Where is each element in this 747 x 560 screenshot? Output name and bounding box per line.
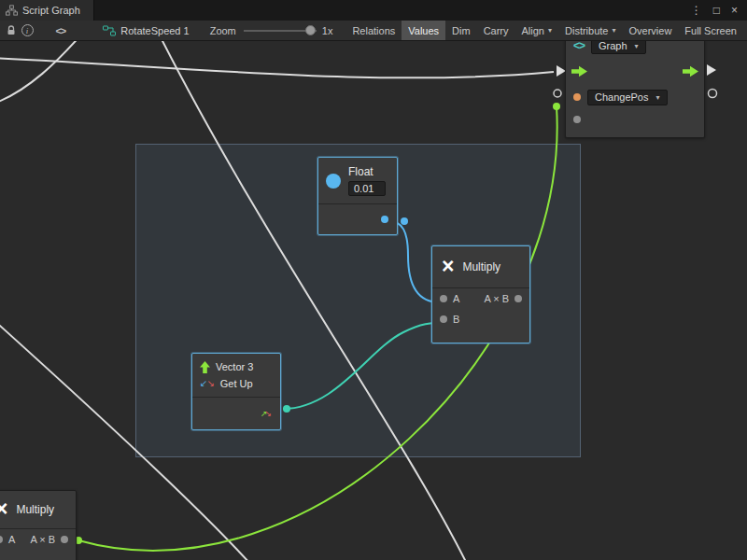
flow-wire-diagonal[interactable] [159,41,467,560]
caret-down-icon: ▾ [635,42,639,50]
flow-output-arrow-icon[interactable] [683,65,698,77]
graph-tab-icon [6,5,18,16]
port-a-label: A [453,293,459,304]
multiply-input-b-port[interactable] [440,315,447,323]
blue-wire-dot[interactable] [401,217,408,225]
info-button[interactable]: i [20,21,35,41]
maximize-icon[interactable]: □ [713,5,720,16]
green-wire-end-dot[interactable] [553,103,560,110]
set-variable-output-port[interactable] [573,116,581,123]
multiply-input-a-port[interactable] [0,536,3,543]
output-label: A × B [30,534,55,545]
output-port-ring[interactable] [709,90,717,98]
multiply-node-title: Multiply [16,503,54,516]
multiply-output-port[interactable] [61,536,68,543]
get-up-label: Get Up [220,378,253,389]
distribute-dropdown[interactable]: Distribute ▾ [558,21,622,41]
multiply-input-a-port[interactable] [440,295,447,302]
multiply-output-port[interactable] [514,295,522,302]
tab-script-graph[interactable]: Script Graph [0,0,94,21]
vector3-get-up-node[interactable]: Vector 3 ↙↘ Get Up ↗↘ [191,353,281,430]
vector3-to-multiply-wire[interactable] [283,323,440,409]
align-dropdown[interactable]: Align ▾ [515,21,558,41]
flow-wire-to-set-variable[interactable] [0,58,554,77]
variable-kind-value: Graph [599,41,627,51]
variable-kind-dropdown[interactable]: Graph ▾ [591,41,646,54]
overview-button[interactable]: Overview [623,21,679,41]
tab-title: Script Graph [22,5,80,16]
output-label: A × B [484,293,509,304]
carry-button[interactable]: Carry [477,21,515,41]
dim-button[interactable]: Dim [445,21,477,41]
window-controls: ⋮ □ × [691,5,747,16]
multiply-node-title: Multiply [462,260,500,273]
breadcrumb-label: RotateSpeed 1 [120,25,189,36]
multiply-node-partial[interactable]: × Multiply A A × B [0,490,77,560]
vector3-output-port[interactable]: ↗↘ [261,410,272,418]
teal-wire-dot[interactable] [283,405,290,413]
close-icon[interactable]: × [731,5,738,16]
variable-name-dropdown[interactable]: ChangePos ▾ [587,90,668,105]
up-arrow-icon [200,361,210,373]
caret-down-icon: ▾ [548,26,552,35]
caret-down-icon: ▾ [612,26,615,35]
vector3-axes-icon: ↙↘ [200,379,215,388]
float-value-field[interactable]: 0.01 [348,181,386,196]
float-node-title: Float [348,165,386,178]
zoom-slider[interactable] [244,21,317,41]
fullscreen-button[interactable]: Full Screen [678,21,743,41]
visual-scripting-icon: <> [573,41,585,52]
multiply-node[interactable]: × Multiply A A × B B [431,245,530,343]
script-graph-window: Script Graph ⋮ □ × i <> RotateSpeed 1 [0,0,747,560]
lock-icon [6,25,17,36]
info-icon: i [21,24,34,36]
port-b-label: B [453,314,459,325]
variable-value-port[interactable] [573,93,581,101]
variable-name-value: ChangePos [595,91,649,103]
script-graph-icon [103,25,116,36]
code-view-button[interactable]: <> [55,25,65,36]
graph-breadcrumb[interactable]: RotateSpeed 1 [103,25,189,36]
multiply-icon: × [0,500,7,519]
zoom-slider-handle[interactable] [305,25,316,35]
float-node[interactable]: Float 0.01 [317,157,398,235]
values-button[interactable]: Values [402,21,445,41]
caret-down-icon: ▾ [656,93,660,102]
window-menu-icon[interactable]: ⋮ [691,5,702,16]
port-a-label: A [8,534,15,545]
relations-button[interactable]: Relations [345,21,402,41]
lock-button[interactable] [4,21,20,41]
set-variable-node[interactable]: <> Graph ▾ ChangePos ▾ [565,41,705,138]
float-output-port[interactable] [381,216,388,223]
graph-canvas[interactable]: <> Graph ▾ ChangePos ▾ [0,41,747,560]
vector3-node-title: Vector 3 [216,361,253,372]
zoom-value: 1x [322,25,333,36]
zoom-label: Zoom [210,25,236,36]
flow-out-triangle-icon[interactable] [707,64,716,76]
titlebar: Script Graph ⋮ □ × [0,0,747,21]
graph-toolbar: i <> RotateSpeed 1 Zoom 1x Relations Val… [0,21,747,41]
input-port-ring[interactable] [554,90,561,97]
multiply-icon: × [442,258,454,276]
flow-input-arrow-icon[interactable] [571,65,587,77]
float-type-icon [326,174,341,189]
flow-wire-top-left[interactable] [0,41,82,105]
